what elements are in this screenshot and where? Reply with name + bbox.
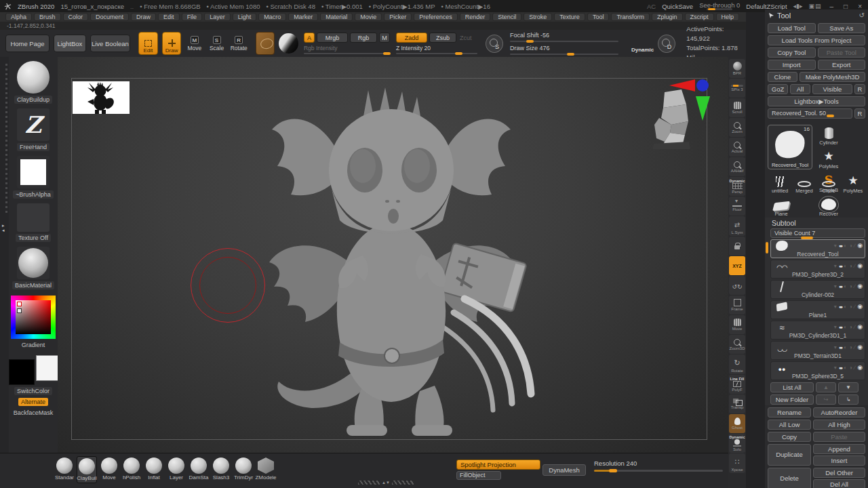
slot-r-button[interactable]: R [854,108,865,119]
subtool-polypaint-icon[interactable] [839,344,842,351]
current-alpha-thumbnail[interactable] [17,156,50,188]
tool-thumbnail[interactable]: Plane [768,193,795,217]
quick-brush[interactable]: ZModele [256,456,276,483]
insert-button[interactable]: Insert [813,455,865,466]
menu-item[interactable]: Picker [384,13,412,21]
subtool-shade2-icon[interactable] [849,365,852,371]
move-button[interactable]: M Move [185,36,203,52]
menu-item[interactable]: Texture [554,13,585,21]
tray-button[interactable]: Zoom3D [729,335,745,354]
paste-tool-button[interactable]: Paste Tool [818,47,866,58]
menu-item[interactable]: Draw [131,13,156,21]
subtool-polypaint-icon[interactable] [839,263,842,270]
subtool-shade-icon[interactable] [844,365,847,371]
menu-item[interactable]: Alpha [5,13,32,21]
m-button[interactable]: M [379,33,390,43]
switch-color-button[interactable]: SwitchColor [14,387,52,395]
window-close-icon[interactable] [856,3,864,10]
subtool-polypaint-icon[interactable] [839,324,842,331]
axis-gizmo[interactable] [667,76,714,123]
subtool-shade2-icon[interactable] [849,304,852,310]
menu-item[interactable]: Render [460,13,491,21]
depth-mode-button[interactable]: D [658,35,675,53]
quick-brush[interactable]: Standar [54,456,75,483]
menu-item[interactable]: Document [90,13,129,21]
new-folder-button[interactable]: New Folder [770,394,814,405]
subtool-row[interactable]: PM3D_Cylinder3D1_1 [770,321,865,340]
stroke-type-button[interactable]: S [486,35,503,53]
tray-button[interactable]: SPix 3 [729,79,745,98]
draw-button[interactable]: Draw [162,32,182,55]
menu-item[interactable]: Marker [288,13,318,21]
live-boolean-button[interactable]: Live Boolean [90,35,130,52]
tray-button[interactable]: Dynamic Persp [729,177,745,196]
current-alpha-preview[interactable] [256,32,275,55]
tray-button[interactable]: XYZ [729,256,745,275]
menu-item[interactable]: Light [233,13,257,21]
subtool-visibility-eye-icon[interactable] [857,242,863,249]
menu-item[interactable]: Brush [34,13,61,21]
tray-button[interactable]: Frame [729,296,745,314]
tray-button[interactable]: Xpose [729,453,745,473]
tray-button[interactable] [729,276,745,295]
subtool-row[interactable]: PM3D_Sphere3D_2 [770,260,865,279]
subtool-brush-icon[interactable] [854,344,855,351]
subtool-brush-icon[interactable] [854,304,855,310]
quick-brush[interactable]: hPolish [121,456,142,483]
tool-thumbnail[interactable]: PolyMes [841,170,865,194]
subtool-row[interactable]: Cylinder-002 [770,280,865,299]
subtool-visibility-eye-icon[interactable] [857,283,863,290]
current-stroke-thumbnail[interactable]: Z [17,108,50,141]
tray-button[interactable]: Move [729,315,745,334]
subtool-shade-icon[interactable] [844,324,847,331]
active-tool-thumbnail[interactable]: 16 Recovered_Tool [768,125,812,169]
subtool-shade-icon[interactable] [844,304,847,310]
resolution-slider[interactable] [594,470,723,472]
tool-slot-slider[interactable]: Recovered_Tool. 50 [768,108,852,119]
window-minimize-icon[interactable] [828,3,836,10]
tray-button[interactable]: Zoom [729,118,745,137]
list-all-button[interactable]: List All [770,382,814,392]
subtool-header[interactable]: Subtool [770,219,865,227]
current-texture-thumbnail[interactable] [17,203,50,232]
subtool-row[interactable]: PM3D_Sphere3D_5 [770,361,865,380]
copy-subtool-button[interactable]: Copy [768,432,811,442]
menu-item[interactable]: File [182,13,203,21]
subtool-shade2-icon[interactable] [849,243,852,249]
subtool-brush-icon[interactable] [854,324,855,331]
make-polymesh3d-button[interactable]: Make PolyMesh3D [800,72,865,82]
dynamic-label[interactable]: Dynamic [631,47,654,53]
clone-button[interactable]: Clone [768,72,797,82]
subtool-menu-icon[interactable] [834,283,837,290]
quick-brush[interactable]: Slash3 [211,456,231,483]
all-high-button[interactable]: All High [813,420,865,430]
menu-item[interactable]: Macro [258,13,286,21]
see-through-slider[interactable]: See-through 0 [699,2,740,10]
save-as-button[interactable]: Save As [818,23,866,33]
subtool-brush-icon[interactable] [854,283,855,290]
copy-tool-button[interactable]: Copy Tool [768,47,816,58]
menu-item[interactable]: Stencil [492,13,521,21]
current-brush-thumbnail[interactable] [17,61,50,94]
menu-item[interactable]: Edit [158,13,180,21]
subtool-shade-icon[interactable] [844,263,847,270]
default-zscript-button[interactable]: DefaultZScript [746,3,787,10]
backface-mask-button[interactable]: BackfaceMask [11,409,56,417]
tray-button[interactable]: Dynamic Solo [729,434,745,453]
subtool-menu-icon[interactable] [834,324,837,331]
subtool-row[interactable]: Plane1 [770,300,865,319]
see-through-track[interactable] [707,8,732,10]
del-other-button[interactable]: Del Other [813,468,865,478]
tray-button[interactable]: Actual [729,138,745,157]
rail-arrows-icon[interactable]: ▸◂ [2,223,5,232]
gradient-label[interactable]: Gradient [19,341,48,349]
tool-thumbnail[interactable]: Merged [792,170,816,194]
subtool-brush-icon[interactable] [854,263,855,270]
focal-shift-slider[interactable]: Focal Shift -56 [510,32,618,42]
main-color-swatch[interactable] [9,359,35,385]
subtool-shade-icon[interactable] [844,243,847,249]
a-toggle-button[interactable]: A [304,33,315,43]
tray-button[interactable] [729,237,745,256]
visible-count-slider[interactable]: Visible Count 7 [770,228,865,238]
media-controls-icon[interactable] [793,3,803,9]
